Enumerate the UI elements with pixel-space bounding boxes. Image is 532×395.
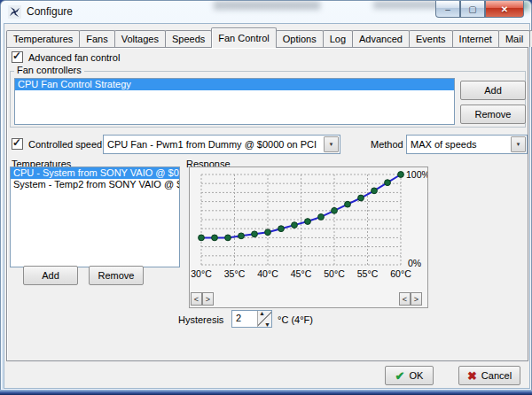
title-bar[interactable]: Configure – ▢ ✕ bbox=[1, 1, 531, 23]
dialog-body: TemperaturesFansVoltagesSpeedsFan Contro… bbox=[4, 23, 530, 389]
tab-bar: TemperaturesFansVoltagesSpeedsFan Contro… bbox=[6, 27, 528, 47]
fan-controllers-list[interactable]: CPU Fan Control Strategy bbox=[14, 78, 455, 125]
hysteresis-spinner[interactable]: ▲ ▼ bbox=[257, 311, 271, 327]
minimize-icon: – bbox=[445, 4, 450, 14]
advanced-fan-control-row: ✓ Advanced fan control bbox=[12, 51, 120, 63]
tab[interactable]: Fans bbox=[79, 30, 114, 47]
chevron-down-icon: ▼ bbox=[329, 142, 334, 147]
ok-check-icon: ✔ bbox=[395, 369, 405, 383]
arrow-right-icon: > bbox=[414, 295, 419, 304]
svg-text:45°C: 45°C bbox=[291, 268, 312, 279]
check-icon: ✓ bbox=[12, 136, 21, 149]
controlled-speed-value: CPU Fan - Pwm1 from Dummy @ $0000 on PCI bbox=[104, 139, 324, 150]
temperature-remove-button[interactable]: Remove bbox=[89, 266, 144, 285]
tab-page-fan-control: ✓ Advanced fan control Fan controllers C… bbox=[6, 47, 528, 361]
fan-controllers-caption: Fan controllers bbox=[14, 65, 84, 75]
glass-reflection bbox=[214, 1, 320, 10]
tab[interactable]: Events bbox=[409, 30, 453, 47]
ok-button-label: OK bbox=[410, 370, 424, 381]
tab[interactable]: Internet bbox=[452, 30, 499, 47]
svg-text:35°C: 35°C bbox=[224, 268, 246, 279]
cancel-button[interactable]: ✖ Cancel bbox=[458, 366, 520, 385]
tab[interactable]: Mail bbox=[498, 30, 530, 47]
controlled-speed-checkbox[interactable]: ✓ bbox=[12, 138, 23, 150]
check-icon: ✓ bbox=[12, 50, 21, 62]
cancel-x-icon: ✖ bbox=[467, 369, 477, 383]
svg-text:0%: 0% bbox=[408, 258, 421, 268]
ok-button[interactable]: ✔ OK bbox=[385, 366, 434, 385]
svg-text:40°C: 40°C bbox=[257, 268, 278, 279]
hysteresis-unit: °C (4°F) bbox=[278, 314, 313, 325]
maximize-icon: ▢ bbox=[468, 4, 476, 14]
scroll-right-button[interactable]: > bbox=[202, 292, 214, 306]
svg-text:100%: 100% bbox=[406, 169, 427, 180]
arrow-right-icon: > bbox=[206, 295, 210, 304]
controlled-speed-combobox[interactable]: CPU Fan - Pwm1 from Dummy @ $0000 on PCI… bbox=[103, 135, 340, 154]
cancel-button-label: Cancel bbox=[481, 370, 512, 381]
tab[interactable]: Temperatures bbox=[6, 30, 80, 47]
method-combobox[interactable]: MAX of speeds ▼ bbox=[406, 135, 528, 154]
tab[interactable]: Speeds bbox=[165, 30, 212, 47]
window-title: Configure bbox=[27, 5, 73, 18]
glass-reflection bbox=[373, 1, 444, 9]
temperature-item[interactable]: CPU - System from SONY VAIO @ $000 bbox=[11, 167, 179, 179]
dropdown-button[interactable]: ▼ bbox=[511, 136, 526, 152]
window-controls: – ▢ ✕ bbox=[435, 1, 524, 18]
screenshot-root: Configure – ▢ ✕ TemperaturesFansVoltages… bbox=[0, 0, 532, 395]
close-icon: ✕ bbox=[501, 4, 508, 14]
arrow-left-icon: < bbox=[403, 295, 407, 304]
tab[interactable]: Advanced bbox=[352, 30, 410, 47]
temperatures-list[interactable]: CPU - System from SONY VAIO @ $000System… bbox=[10, 167, 180, 267]
svg-text:60°C: 60°C bbox=[390, 268, 411, 279]
fan-icon bbox=[8, 5, 21, 19]
response-chart[interactable]: 30°C35°C40°C45°C50°C55°C60°C100%0% bbox=[190, 169, 427, 288]
x-max-scroll: < > bbox=[399, 292, 422, 306]
controlled-speed-row: ✓ Controlled speed bbox=[12, 138, 102, 150]
tab[interactable]: Log bbox=[323, 30, 353, 47]
svg-text:30°C: 30°C bbox=[191, 268, 212, 279]
spin-up-icon: ▲ bbox=[259, 310, 265, 316]
scroll-right-button[interactable]: > bbox=[411, 292, 422, 306]
spin-down-icon: ▼ bbox=[264, 321, 270, 328]
scroll-left-button[interactable]: < bbox=[399, 292, 411, 306]
x-min-scroll: < > bbox=[191, 292, 214, 306]
remove-button-label: Remove bbox=[98, 270, 135, 281]
method-value: MAX of speeds bbox=[407, 139, 511, 150]
add-button-label: Add bbox=[484, 85, 502, 96]
response-panel: 30°C35°C40°C45°C50°C55°C60°C100%0% < > <… bbox=[189, 167, 428, 308]
svg-text:55°C: 55°C bbox=[357, 268, 379, 279]
advanced-fan-control-checkbox[interactable]: ✓ bbox=[12, 51, 23, 63]
fan-controller-item[interactable]: CPU Fan Control Strategy bbox=[15, 79, 454, 90]
method-label: Method bbox=[371, 139, 403, 150]
fan-controller-add-button[interactable]: Add bbox=[460, 81, 526, 100]
dropdown-button[interactable]: ▼ bbox=[324, 136, 339, 152]
add-button-label: Add bbox=[42, 270, 59, 281]
fan-controller-remove-button[interactable]: Remove bbox=[460, 105, 526, 124]
configure-dialog: Configure – ▢ ✕ TemperaturesFansVoltages… bbox=[0, 0, 532, 391]
close-button[interactable]: ✕ bbox=[485, 1, 524, 18]
tab[interactable]: Options bbox=[276, 30, 324, 47]
temperature-item[interactable]: System - Temp2 from SONY VAIO @ $00 bbox=[11, 179, 179, 190]
chevron-down-icon: ▼ bbox=[516, 142, 521, 147]
hysteresis-spinedit[interactable]: 2 ▲ ▼ bbox=[231, 310, 272, 328]
hysteresis-label: Hysteresis bbox=[178, 314, 223, 325]
remove-button-label: Remove bbox=[475, 109, 512, 120]
hysteresis-value[interactable]: 2 bbox=[232, 311, 257, 327]
svg-text:50°C: 50°C bbox=[324, 268, 345, 279]
minimize-button[interactable]: – bbox=[435, 1, 460, 18]
background-window-strip bbox=[0, 390, 532, 395]
scroll-left-button[interactable]: < bbox=[191, 292, 202, 306]
arrow-left-icon: < bbox=[194, 295, 199, 304]
temperature-add-button[interactable]: Add bbox=[23, 266, 78, 285]
tab[interactable]: Voltages bbox=[114, 30, 166, 47]
maximize-button[interactable]: ▢ bbox=[460, 1, 485, 18]
tab[interactable]: Fan Control bbox=[211, 27, 276, 48]
advanced-fan-control-label: Advanced fan control bbox=[28, 52, 120, 63]
controlled-speed-label: Controlled speed bbox=[28, 139, 102, 150]
